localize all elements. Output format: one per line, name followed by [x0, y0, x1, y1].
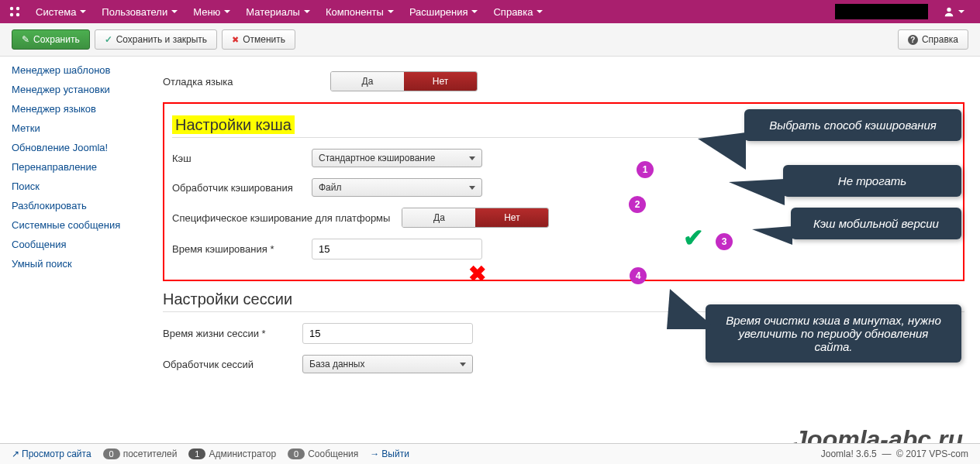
cache-handler-label: Обработчик кэширования	[172, 182, 312, 194]
nav-help[interactable]: Справка	[485, 0, 550, 23]
svg-point-3	[16, 13, 19, 16]
row-debug-lang: Отладка языка Да Нет	[163, 71, 964, 91]
main-panel: Отладка языка Да Нет Настройки кэша Кэш …	[147, 57, 980, 446]
annotation-number-3: 3	[716, 233, 733, 250]
nav-content[interactable]: Материалы	[238, 0, 318, 23]
chevron-down-icon	[224, 10, 230, 13]
annotation-number-1: 1	[637, 161, 654, 178]
save-button[interactable]: Сохранить	[12, 29, 90, 50]
platform-cache-label: Специфическое кэширование для платформы	[172, 212, 390, 224]
session-time-input[interactable]	[302, 323, 473, 344]
cache-handler-value: Файл	[319, 182, 342, 193]
platform-cache-toggle[interactable]: Да Нет	[402, 208, 549, 228]
sidebar-item-smartsearch[interactable]: Умный поиск	[0, 254, 147, 273]
row-cache-time: Время кэширования *	[172, 239, 955, 259]
callout-cache-method: Выбрать способ кэширования	[744, 109, 961, 141]
chevron-down-icon	[469, 186, 475, 190]
svg-point-4	[947, 8, 951, 12]
sidebar-item-search[interactable]: Поиск	[0, 177, 147, 196]
debug-lang-label: Отладка языка	[163, 76, 302, 88]
sidebar-item-checkin[interactable]: Разблокировать	[0, 196, 147, 215]
chevron-down-icon	[471, 10, 478, 13]
nav-components[interactable]: Компоненты	[318, 0, 402, 23]
sidebar-item-redirects[interactable]: Перенаправление	[0, 157, 147, 177]
cache-select-value: Стандартное кэширование	[319, 153, 435, 163]
cache-select[interactable]: Стандартное кэширование	[312, 149, 482, 167]
apply-icon	[22, 34, 29, 45]
site-name-redacted	[835, 4, 928, 19]
session-time-label: Время жизни сессии *	[163, 328, 302, 339]
session-handler-value: База данных	[309, 359, 364, 369]
cache-handler-select[interactable]: Файл	[312, 178, 482, 197]
chevron-down-icon	[171, 10, 178, 13]
svg-point-2	[10, 13, 13, 16]
sidebar-item-languages[interactable]: Менеджер языков	[0, 99, 147, 119]
svg-point-1	[16, 7, 19, 10]
svg-point-0	[10, 7, 13, 10]
chevron-down-icon	[469, 156, 475, 160]
toggle-yes[interactable]: Да	[331, 72, 404, 91]
cancel-icon	[232, 34, 239, 45]
cancel-button[interactable]: Отменить	[222, 29, 295, 50]
annotation-number-2: 2	[629, 196, 646, 213]
cache-time-label: Время кэширования *	[172, 243, 312, 255]
sidebar: Менеджер шаблонов Менеджер установки Мен…	[0, 57, 147, 446]
checkmark-icon	[105, 34, 112, 45]
action-toolbar: Сохранить Сохранить и закрыть Отменить С…	[0, 23, 980, 57]
callout-mobile-cache: Кэш мобильной версии	[791, 208, 961, 239]
help-button[interactable]: Справка	[898, 29, 968, 50]
session-handler-label: Обработчик сессий	[163, 359, 302, 370]
callout-dont-touch: Не трогать	[783, 165, 961, 197]
help-icon	[908, 34, 918, 45]
sidebar-item-install[interactable]: Менеджер установки	[0, 80, 147, 99]
callout-cache-time: Время очистки кэша в минутах, нужно увел…	[706, 304, 961, 363]
user-menu[interactable]	[936, 0, 972, 23]
session-handler-select[interactable]: База данных	[302, 355, 473, 373]
sidebar-item-sysmsg[interactable]: Системные сообщения	[0, 215, 147, 235]
cache-time-input[interactable]	[312, 239, 482, 259]
sidebar-item-update[interactable]: Обновление Joomla!	[0, 138, 147, 157]
toggle-no[interactable]: Нет	[475, 208, 548, 227]
save-close-button[interactable]: Сохранить и закрыть	[95, 29, 217, 50]
nav-users[interactable]: Пользователи	[94, 0, 185, 23]
chevron-down-icon	[304, 10, 310, 13]
chevron-down-icon	[537, 10, 543, 13]
joomla-logo-icon	[8, 5, 22, 19]
chevron-down-icon	[388, 10, 394, 13]
debug-lang-toggle[interactable]: Да Нет	[330, 71, 478, 91]
sidebar-item-messages[interactable]: Сообщения	[0, 235, 147, 254]
status-bar: Просмотр сайта 0посетителей 1Администрат…	[0, 443, 980, 446]
toggle-yes[interactable]: Да	[402, 208, 475, 227]
sidebar-item-templates[interactable]: Менеджер шаблонов	[0, 60, 147, 80]
nav-menus[interactable]: Меню	[185, 0, 238, 23]
top-nav: Система Пользователи Меню Материалы Комп…	[0, 0, 980, 23]
toggle-no[interactable]: Нет	[404, 72, 477, 91]
nav-extensions[interactable]: Расширения	[402, 0, 486, 23]
chevron-down-icon	[80, 10, 86, 13]
chevron-down-icon	[958, 10, 964, 13]
cache-label: Кэш	[172, 153, 312, 164]
nav-system[interactable]: Система	[28, 0, 94, 23]
annotation-number-4: 4	[630, 267, 647, 284]
chevron-down-icon	[460, 363, 466, 366]
sidebar-item-tags[interactable]: Метки	[0, 119, 147, 138]
